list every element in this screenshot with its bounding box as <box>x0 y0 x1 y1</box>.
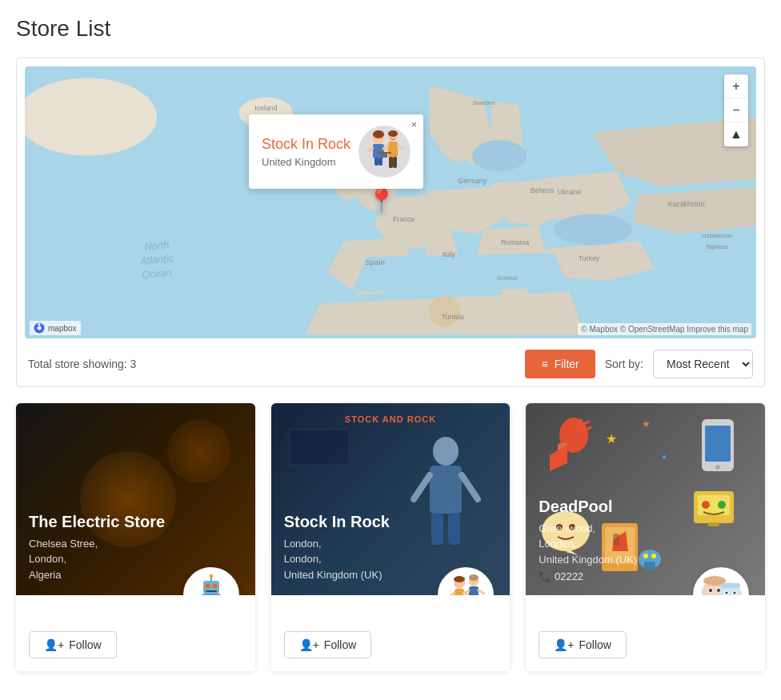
svg-point-118 <box>725 592 727 594</box>
svg-rect-49 <box>213 584 217 588</box>
map-popup-close-button[interactable]: × <box>411 119 417 130</box>
svg-text:France: France <box>393 215 415 223</box>
store-card-1-name: The Electric Store <box>29 512 165 531</box>
store-card-1-image: The Electric Store Chelsea Stree, London… <box>16 403 255 595</box>
svg-text:Uzbekistan: Uzbekistan <box>702 232 732 239</box>
store-card-2-footer: 👤+ Follow <box>271 595 511 671</box>
stores-grid: The Electric Store Chelsea Stree, London… <box>16 403 765 671</box>
map-attribution: © Mapbox © OpenStreetMap Improve this ma… <box>578 323 751 335</box>
svg-rect-41 <box>377 152 391 154</box>
svg-text:Spain: Spain <box>365 258 385 266</box>
map-popup: × Stock In Rock United Kingdom <box>249 114 423 189</box>
sort-select[interactable]: Most Recent Oldest A-Z Z-A <box>653 350 753 378</box>
svg-rect-63 <box>448 513 460 545</box>
store-card-2: STOCK AND ROCK <box>271 403 511 671</box>
svg-point-52 <box>210 574 213 578</box>
svg-text:Ukraine: Ukraine <box>558 188 582 196</box>
svg-rect-46 <box>202 594 221 595</box>
svg-point-74 <box>454 576 465 582</box>
zoom-out-button[interactable]: − <box>724 98 748 122</box>
svg-line-78 <box>479 590 484 594</box>
svg-point-81 <box>469 574 479 581</box>
page-title: Store List <box>16 16 765 42</box>
svg-text:Belarus: Belarus <box>531 186 555 194</box>
store-card-3-follow-button[interactable]: 👤+ Follow <box>539 631 627 658</box>
svg-line-61 <box>462 475 478 499</box>
svg-text:Iceland: Iceland <box>254 104 277 112</box>
store-card-2-name: Stock In Rock <box>284 512 390 531</box>
map-controls: + − ▲ <box>724 74 748 146</box>
svg-line-29 <box>367 148 373 152</box>
svg-point-58 <box>433 437 459 466</box>
store-card-3-footer: 👤+ Follow <box>526 595 765 671</box>
svg-rect-65 <box>290 430 348 464</box>
svg-point-6 <box>554 214 631 246</box>
svg-point-40 <box>388 130 398 137</box>
zoom-in-button[interactable]: + <box>724 74 748 98</box>
svg-rect-59 <box>430 466 462 514</box>
svg-point-112 <box>709 589 712 592</box>
svg-text:Germany: Germany <box>458 177 487 185</box>
svg-line-37 <box>398 146 403 149</box>
follow-icon-1: 👤+ <box>44 638 64 651</box>
svg-rect-50 <box>206 590 217 592</box>
store-card-1-footer: 👤+ Follow <box>16 595 255 671</box>
svg-rect-76 <box>469 586 479 595</box>
store-card-1-follow-label: Follow <box>69 638 101 651</box>
filter-label: Filter <box>555 358 579 370</box>
follow-icon-3: 👤+ <box>554 638 574 651</box>
svg-rect-32 <box>378 158 382 166</box>
store-controls: Total store showing: 3 ≡ Filter Sort by:… <box>25 350 756 378</box>
store-card-1-follow-button[interactable]: 👤+ Follow <box>29 631 117 658</box>
filter-icon: ≡ <box>541 358 547 370</box>
controls-right: ≡ Filter Sort by: Most Recent Oldest A-Z… <box>525 350 753 378</box>
svg-point-7 <box>472 140 527 171</box>
svg-point-45 <box>38 323 41 326</box>
follow-icon-2: 👤+ <box>299 638 319 651</box>
store-card-3-phone: 📞 02222 <box>539 570 637 582</box>
store-card-3-info: DeadPool Greenwood, London, United Kingd… <box>539 497 637 583</box>
store-card-3: ★ ★ ● <box>526 403 765 671</box>
svg-point-5 <box>430 296 461 327</box>
store-card-2-address: London, London, United Kingdom (UK) <box>284 536 390 583</box>
map-pin: 📍 <box>366 186 396 214</box>
svg-rect-31 <box>374 158 378 166</box>
store-count: Total store showing: 3 <box>28 358 136 370</box>
store-card-2-badge: STOCK AND ROCK <box>345 414 436 424</box>
svg-rect-38 <box>389 157 393 168</box>
svg-rect-67 <box>303 473 335 475</box>
svg-text:Italy: Italy <box>443 250 456 258</box>
store-card-3-address: Greenwood, London, United Kingdom (UK) <box>539 521 637 568</box>
svg-text:Romania: Romania <box>501 238 529 246</box>
svg-text:North: North <box>144 239 170 253</box>
store-card-1: The Electric Store Chelsea Stree, London… <box>16 403 255 671</box>
store-card-2-image: STOCK AND ROCK <box>271 403 511 595</box>
svg-point-113 <box>717 589 720 592</box>
store-card-3-image: ★ ★ ● <box>526 403 765 595</box>
map-popup-image <box>358 126 411 178</box>
map-popup-location: United Kingdom <box>262 156 350 168</box>
svg-text:Turkey: Turkey <box>579 254 600 262</box>
svg-rect-120 <box>721 583 740 588</box>
store-card-2-follow-button[interactable]: 👤+ Follow <box>284 631 372 658</box>
svg-text:Kazakhstan: Kazakhstan <box>668 200 705 208</box>
store-card-1-address: Chelsea Stree, London, Algeria <box>29 536 165 583</box>
mapbox-logo: mapbox <box>30 321 81 335</box>
store-card-1-info: The Electric Store Chelsea Stree, London… <box>29 512 165 583</box>
svg-rect-35 <box>388 142 398 158</box>
filter-button[interactable]: ≡ Filter <box>525 350 595 378</box>
store-card-2-info: Stock In Rock London, London, United Kin… <box>284 512 390 583</box>
store-card-3-follow-label: Follow <box>579 638 611 651</box>
svg-point-44 <box>38 326 42 330</box>
store-card-3-name: DeadPool <box>539 497 637 516</box>
sort-label: Sort by: <box>605 358 643 370</box>
svg-rect-66 <box>311 467 327 474</box>
svg-text:Tunisia: Tunisia <box>442 313 464 321</box>
reset-bearing-button[interactable]: ▲ <box>724 122 748 146</box>
svg-line-60 <box>414 475 430 499</box>
map-container: Iceland Sweden Belarus Germany Ukraine F… <box>16 58 765 387</box>
svg-rect-62 <box>431 513 443 545</box>
svg-rect-42 <box>381 154 387 158</box>
svg-point-33 <box>373 130 384 138</box>
svg-line-77 <box>463 590 469 594</box>
